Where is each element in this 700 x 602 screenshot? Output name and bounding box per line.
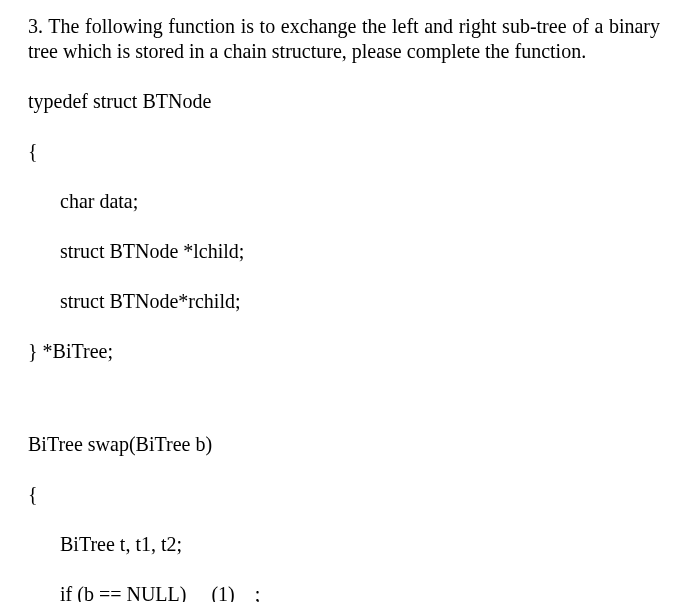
typedef-line-4: struct BTNode *lchild; (28, 239, 660, 264)
typedef-line-1: typedef struct BTNode (28, 89, 660, 114)
func-open-brace: { (28, 482, 660, 507)
func-decl: BiTree t, t1, t2; (28, 532, 660, 557)
question-number: 3. (28, 15, 43, 37)
typedef-line-3: char data; (28, 189, 660, 214)
prompt-line-1: The following function is to exchange th… (48, 15, 566, 37)
typedef-line-6: } *BiTree; (28, 339, 660, 364)
prompt-line-3: complete the function. (407, 40, 586, 62)
question-prompt: 3. The following function is to exchange… (28, 14, 660, 64)
function-block: BiTree swap(BiTree b) { BiTree t, t1, t2… (28, 407, 660, 602)
func-signature: BiTree swap(BiTree b) (28, 432, 660, 457)
typedef-block: typedef struct BTNode { char data; struc… (28, 64, 660, 389)
typedef-line-5: struct BTNode*rchild; (28, 289, 660, 314)
func-if-line: if (b == NULL) __(1)__; (28, 582, 660, 602)
typedef-line-2: { (28, 139, 660, 164)
